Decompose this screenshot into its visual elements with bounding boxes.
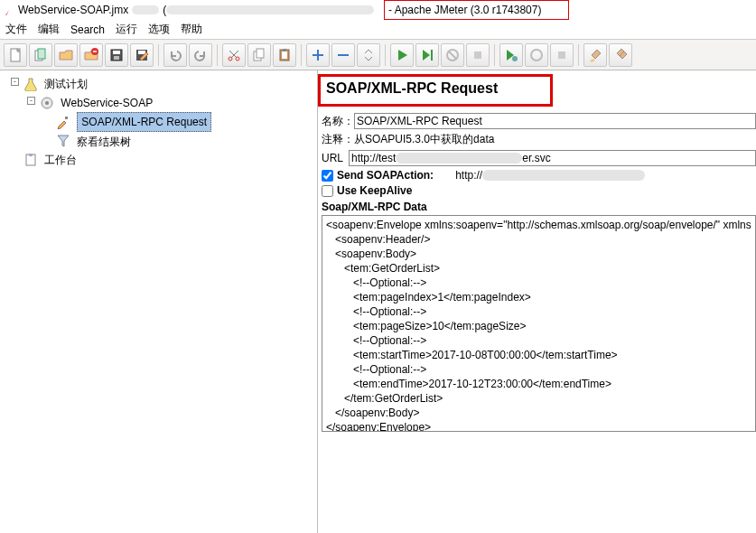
scissors-icon: [227, 48, 241, 62]
pipette-icon: [56, 115, 70, 129]
editor-panel: SOAP/XML-RPC Request 名称： 注释： 从SOAPUI5.3.…: [318, 70, 756, 533]
svg-point-19: [512, 56, 518, 61]
open-button[interactable]: [54, 43, 78, 67]
comment-value: 从SOAPUI5.3.0中获取的data: [354, 132, 494, 147]
toolbar: [0, 40, 756, 70]
menu-bar: 文件 编辑 Search 运行 选项 帮助: [0, 20, 756, 40]
save-button[interactable]: [105, 43, 128, 67]
folder-close-icon: [84, 48, 98, 62]
toggle-button[interactable]: [357, 43, 380, 67]
name-input[interactable]: [354, 113, 756, 129]
svg-rect-6: [114, 56, 119, 60]
menu-options[interactable]: 选项: [148, 22, 170, 37]
title-path-redacted: [132, 5, 159, 14]
svg-rect-21: [558, 51, 565, 59]
tree-test-plan[interactable]: - 测试计划 - WebService-SOAP SOAP/XML-RPC Re…: [23, 74, 317, 150]
tree-label: 工作台: [44, 154, 77, 166]
toolbar-separator: [385, 44, 386, 66]
broom-icon: [588, 48, 602, 62]
data-section-label: Soap/XML-RPC Data: [322, 201, 756, 213]
tree-view-results[interactable]: 察看结果树: [56, 132, 317, 151]
clipboard-icon: [23, 153, 38, 167]
svg-rect-15: [283, 49, 286, 51]
svg-point-23: [45, 101, 49, 105]
toolbar-separator: [578, 44, 579, 66]
play-icon: [395, 48, 409, 62]
clipboard-icon: [277, 48, 292, 62]
svg-rect-12: [257, 49, 264, 58]
tree-toggle-icon[interactable]: -: [11, 78, 19, 86]
tree-workbench[interactable]: 工作台: [23, 150, 317, 169]
menu-run[interactable]: 运行: [116, 22, 137, 37]
svg-rect-18: [474, 51, 481, 59]
title-file: WebService-SOAP.jmx: [18, 4, 128, 16]
svg-rect-5: [113, 51, 120, 54]
save-icon: [109, 48, 124, 62]
tree-thread-group[interactable]: - WebService-SOAP SOAP/XML-RPC Request 察…: [40, 93, 317, 151]
file-icon: [8, 48, 23, 62]
templates-button[interactable]: [29, 43, 52, 67]
title-app-highlight: - Apache JMeter (3.0 r1743807): [384, 0, 569, 20]
send-soapaction-label: Send SOAPAction:: [337, 169, 434, 182]
shutdown-button[interactable]: [466, 43, 490, 67]
name-label: 名称：: [322, 114, 354, 129]
send-soapaction-checkbox[interactable]: [322, 170, 333, 182]
svg-rect-24: [65, 117, 68, 119]
svg-rect-26: [29, 154, 33, 156]
tree-label: 察看结果树: [77, 135, 131, 147]
redo-icon: [193, 48, 208, 62]
remote-stop-button[interactable]: [525, 43, 548, 67]
undo-button[interactable]: [163, 43, 187, 67]
folder-open-icon: [59, 48, 73, 62]
toolbar-separator: [301, 44, 302, 66]
soapaction-prefix: http://: [455, 169, 482, 182]
clear-button[interactable]: [583, 43, 607, 67]
url-input[interactable]: http://test er.svc: [349, 150, 756, 166]
tree-label: 测试计划: [44, 78, 88, 90]
menu-help[interactable]: 帮助: [181, 22, 202, 37]
clear-all-button[interactable]: [609, 43, 632, 67]
keepalive-checkbox[interactable]: [322, 185, 333, 197]
shutdown-net-icon: [555, 48, 569, 62]
xml-textarea[interactable]: <soapenv:Envelope xmlns:soapenv="http://…: [322, 215, 756, 432]
toolbar-separator: [217, 44, 218, 66]
menu-search[interactable]: Search: [70, 23, 105, 36]
cut-button[interactable]: [222, 43, 246, 67]
start-button[interactable]: [390, 43, 414, 67]
title-path-redacted2: [166, 5, 374, 14]
thread-icon: [40, 96, 54, 110]
keepalive-label: Use KeepAlive: [337, 184, 412, 197]
menu-file[interactable]: 文件: [5, 22, 27, 37]
soapaction-redacted: [482, 170, 645, 181]
new-button[interactable]: [4, 43, 27, 67]
svg-point-20: [531, 50, 542, 61]
url-label: URL: [322, 152, 349, 164]
tree-label: WebService-SOAP: [61, 97, 153, 109]
panel-heading: SOAP/XML-RPC Request: [326, 80, 545, 97]
close-button[interactable]: [79, 43, 103, 67]
tree-soap-request[interactable]: SOAP/XML-RPC Request: [56, 112, 317, 132]
tree-toggle-icon[interactable]: -: [27, 97, 35, 105]
toolbar-separator: [494, 44, 495, 66]
paste-button[interactable]: [273, 43, 296, 67]
svg-rect-2: [38, 49, 45, 59]
remote-shutdown-button[interactable]: [550, 43, 574, 67]
copy-button[interactable]: [247, 43, 271, 67]
menu-edit[interactable]: 编辑: [38, 22, 60, 37]
tree-label-selected: SOAP/XML-RPC Request: [77, 112, 211, 132]
flask-icon: [23, 77, 38, 91]
remote-start-button[interactable]: [499, 43, 523, 67]
funnel-icon: [56, 134, 70, 148]
svg-rect-8: [138, 51, 145, 54]
url-redacted: [396, 153, 522, 164]
redo-button[interactable]: [189, 43, 212, 67]
play-skip-icon: [420, 48, 434, 62]
soapaction-input[interactable]: http://: [455, 169, 672, 182]
toolbar-separator: [158, 44, 159, 66]
collapse-button[interactable]: [331, 43, 355, 67]
expand-button[interactable]: [306, 43, 330, 67]
title-bar: WebService-SOAP.jmx (: [0, 0, 756, 20]
start-no-pause-button[interactable]: [415, 43, 439, 67]
stop-button[interactable]: [441, 43, 464, 67]
save-as-button[interactable]: [130, 43, 154, 67]
